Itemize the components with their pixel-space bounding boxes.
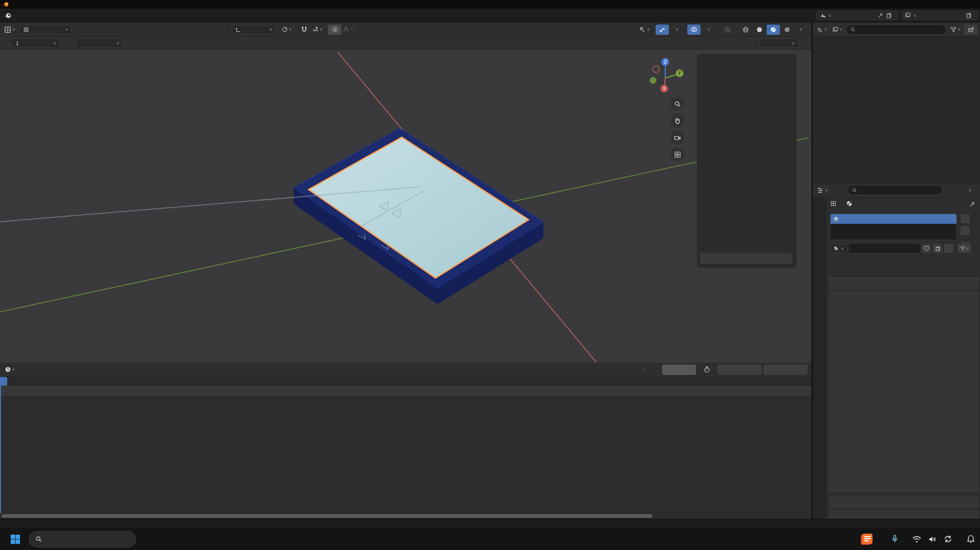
displacement-panel[interactable]	[829, 510, 979, 519]
wifi-icon[interactable]	[912, 536, 921, 543]
properties-subpanel[interactable]	[700, 253, 792, 264]
editor-type-button[interactable]: ∨	[3, 25, 16, 35]
shading-dropdown[interactable]: ∨	[794, 25, 808, 35]
pin-icon[interactable]	[969, 201, 975, 207]
copy-icon	[935, 246, 941, 251]
viewlayer-selector[interactable]: ∨	[901, 11, 978, 20]
outliner-search-input[interactable]	[846, 25, 947, 35]
pivot-point-dropdown[interactable]: ∨	[280, 25, 293, 35]
chevron-down-icon: ∨	[829, 13, 832, 18]
microphone-icon[interactable]	[891, 535, 898, 543]
zoom-button[interactable]	[670, 97, 684, 111]
material-sphere-icon	[846, 200, 853, 207]
object-mode-icon	[23, 27, 29, 33]
material-specials-dropdown[interactable]: ∨	[957, 243, 971, 253]
orientation-icon	[14, 40, 20, 46]
volume-icon[interactable]	[928, 536, 937, 543]
material-slot-item[interactable]	[831, 214, 956, 224]
transform-sidebar-panel	[697, 54, 796, 267]
start-frame-field[interactable]	[717, 365, 761, 375]
maximize-button[interactable]	[935, 0, 957, 9]
properties-options-dropdown[interactable]: ∨	[964, 185, 977, 195]
outliner-filter-id-dropdown[interactable]: ∨	[831, 25, 844, 35]
snap-toggle[interactable]	[297, 25, 311, 35]
scene-selector[interactable]: ∨	[816, 11, 898, 20]
current-frame-field[interactable]	[662, 365, 696, 375]
camera-view-button[interactable]	[670, 131, 684, 144]
surface-panel	[829, 291, 979, 492]
timeline-horizontal-scrollbar[interactable]	[2, 514, 652, 518]
options-dropdown[interactable]: ∨	[759, 38, 798, 48]
properties-header: ∨ ∨	[813, 183, 980, 198]
gizmo-toggle[interactable]	[656, 25, 669, 35]
ortho-toggle-button[interactable]	[670, 147, 684, 161]
object-icon	[830, 200, 837, 207]
browse-material-dropdown[interactable]: ∨	[830, 244, 847, 253]
show-object-types-dropdown[interactable]: ∨	[638, 25, 651, 35]
properties-editor-type-button[interactable]: ∨	[816, 185, 829, 195]
use-preview-range-toggle[interactable]	[700, 365, 713, 375]
news-widget[interactable]	[860, 533, 877, 546]
proportional-falloff-dropdown[interactable]: ∨	[341, 25, 355, 35]
playhead-frame-label[interactable]	[0, 377, 7, 386]
playhead-line[interactable]	[0, 386, 1, 513]
material-name-field[interactable]	[848, 243, 920, 253]
blender-window: ∨ ∨ ∨	[0, 0, 980, 550]
3d-viewport[interactable]: Z Y X	[0, 50, 812, 363]
mode-dropdown[interactable]: ∨	[19, 25, 72, 34]
volume-panel[interactable]	[829, 496, 979, 508]
new-collection-button[interactable]	[964, 25, 977, 35]
snap-target-dropdown[interactable]: ∨	[311, 25, 324, 35]
overlays-dropdown[interactable]: ∨	[702, 25, 715, 35]
add-workspace-button[interactable]	[39, 14, 49, 17]
shading-wireframe-button[interactable]	[739, 25, 752, 35]
unlink-material-button[interactable]	[944, 243, 954, 253]
taskbar-search-input[interactable]	[29, 531, 136, 547]
3d-scene[interactable]	[0, 50, 812, 363]
pan-hand-button[interactable]	[670, 114, 684, 128]
copy-material-button[interactable]	[932, 243, 943, 253]
timeline-header: ∨ ∨	[0, 363, 812, 377]
viewport-header: ∨ ∨ ∨ ∨ ∨ ∨ ∨ ∨	[0, 23, 812, 37]
shading-material-preview-button[interactable]	[767, 25, 780, 35]
add-slot-button[interactable]	[960, 214, 970, 224]
fake-user-button[interactable]	[921, 243, 931, 253]
shield-icon	[924, 245, 929, 251]
start-button[interactable]	[5, 529, 26, 549]
end-frame-field[interactable]	[764, 365, 808, 375]
viewport-editor-icon	[4, 26, 11, 33]
remove-slot-button[interactable]	[960, 225, 970, 236]
auto-keying-toggle[interactable]: ∨	[637, 365, 650, 375]
timeline-ruler[interactable]	[0, 377, 812, 386]
shading-rendered-button[interactable]	[780, 25, 794, 35]
close-button[interactable]	[957, 0, 980, 9]
xray-toggle[interactable]	[720, 25, 733, 35]
outliner-display-mode-dropdown[interactable]: ∨	[815, 25, 829, 35]
minimize-button[interactable]	[912, 0, 935, 9]
notification-bell-icon[interactable]	[967, 535, 975, 543]
surface-panel-header[interactable]	[829, 291, 979, 304]
navigation-gizmo[interactable]: Z Y X	[646, 54, 685, 95]
orientation-setting-dropdown[interactable]: ∨	[11, 38, 60, 48]
material-slot-list	[830, 214, 957, 240]
properties-search-input[interactable]	[847, 185, 943, 195]
transform-orientation-cluster: ∨ ∨ ∨ ∨	[232, 25, 355, 35]
new-viewlayer-icon[interactable]	[966, 12, 972, 18]
timeline-editor-type-button[interactable]: ∨	[3, 365, 16, 375]
timeline-summary-track[interactable]	[0, 386, 812, 396]
new-scene-icon[interactable]	[886, 12, 892, 18]
update-sync-icon[interactable]	[944, 535, 952, 543]
orientation-dropdown[interactable]: ∨	[232, 25, 276, 34]
proportional-edit-toggle[interactable]	[328, 25, 341, 35]
outliner-filter-dropdown[interactable]: ∨	[949, 25, 962, 35]
overlays-toggle[interactable]	[687, 25, 701, 35]
gizmo-neg-y-ball	[650, 77, 657, 84]
drag-setting-dropdown[interactable]: ∨	[76, 38, 123, 48]
blender-menu-icon[interactable]	[4, 12, 12, 19]
pin-icon[interactable]	[878, 13, 883, 18]
preview-panel[interactable]	[829, 277, 979, 289]
topbar: ∨ ∨	[0, 9, 980, 23]
blender-logo-icon	[3, 1, 9, 8]
gizmo-dropdown[interactable]: ∨	[670, 25, 684, 35]
shading-solid-button[interactable]	[753, 25, 766, 35]
